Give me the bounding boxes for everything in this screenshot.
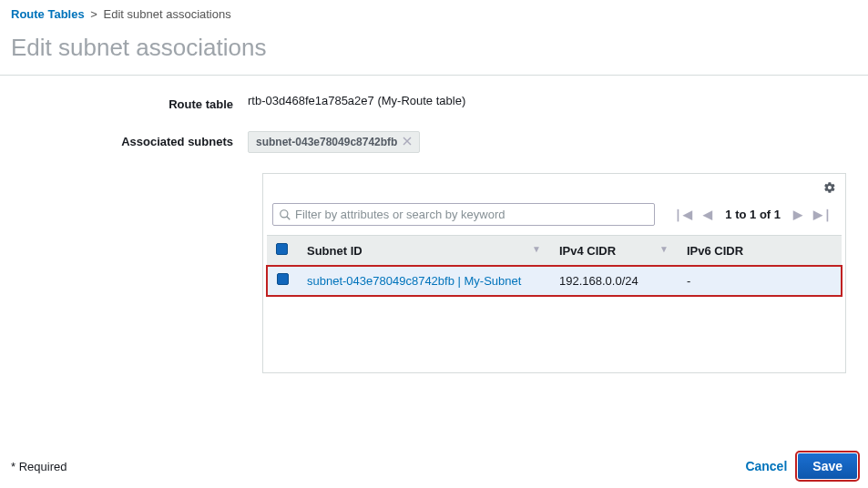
table-row[interactable]: subnet-043e78049c8742bfb | My-Subnet 192…	[267, 266, 842, 296]
search-icon	[279, 208, 291, 221]
route-table-label: Route table	[11, 94, 248, 111]
select-all-header[interactable]	[267, 236, 298, 266]
route-table-field: Route table rtb-03d468fe1a785a2e7 (My-Ro…	[11, 94, 857, 111]
search-input[interactable]	[295, 208, 648, 221]
save-button[interactable]: Save	[798, 453, 857, 479]
subnet-chip-text: subnet-043e78049c8742bfb	[256, 136, 397, 148]
subnet-chip[interactable]: subnet-043e78049c8742bfb	[248, 131, 420, 153]
sort-caret-icon: ▼	[532, 244, 541, 254]
breadcrumb-separator: >	[90, 7, 97, 21]
associated-subnets-label: Associated subnets	[11, 131, 248, 148]
cancel-button[interactable]: Cancel	[745, 459, 787, 473]
col-ipv6[interactable]: IPv6 CIDR	[678, 236, 842, 266]
subnet-link[interactable]: subnet-043e78049c8742bfb | My-Subnet	[307, 274, 521, 288]
pager-first-icon[interactable]: ❘◀	[669, 206, 696, 223]
breadcrumb-root-link[interactable]: Route Tables	[11, 7, 85, 21]
svg-line-3	[287, 216, 291, 219]
row-checkbox-cell[interactable]	[267, 266, 298, 296]
form-area: Route table rtb-03d468fe1a785a2e7 (My-Ro…	[0, 76, 868, 373]
panel-toolbar: ❘◀ ◀ 1 to 1 of 1 ▶ ▶❘	[263, 198, 845, 235]
svg-point-2	[281, 209, 288, 217]
chip-remove-icon[interactable]	[403, 136, 412, 148]
pager-last-icon[interactable]: ▶❘	[810, 206, 836, 223]
col-ipv6-label: IPv6 CIDR	[687, 244, 743, 258]
col-ipv4-label: IPv4 CIDR	[559, 244, 616, 258]
row-subnet-id[interactable]: subnet-043e78049c8742bfb | My-Subnet	[298, 266, 550, 296]
search-box[interactable]	[272, 203, 655, 226]
route-table-value: rtb-03d468fe1a785a2e7 (My-Route table)	[248, 94, 857, 107]
subnet-table: Subnet ID ▼ IPv4 CIDR ▼ IPv6 CIDR	[267, 235, 842, 296]
subnet-panel: ❘◀ ◀ 1 to 1 of 1 ▶ ▶❘ Subnet ID ▼	[262, 173, 846, 373]
pager-next-icon[interactable]: ▶	[790, 206, 806, 223]
row-checkbox[interactable]	[277, 273, 289, 285]
col-ipv4[interactable]: IPv4 CIDR ▼	[550, 236, 678, 266]
gear-icon[interactable]	[823, 181, 836, 198]
table-header-row: Subnet ID ▼ IPv4 CIDR ▼ IPv6 CIDR	[267, 236, 842, 266]
breadcrumb: Route Tables > Edit subnet associations	[0, 0, 868, 25]
footer: * Required Cancel Save	[11, 453, 857, 479]
breadcrumb-current: Edit subnet associations	[104, 7, 231, 21]
pager: ❘◀ ◀ 1 to 1 of 1 ▶ ▶❘	[669, 206, 836, 223]
row-ipv4: 192.168.0.0/24	[550, 266, 678, 296]
associated-subnets-field: Associated subnets subnet-043e78049c8742…	[11, 131, 857, 153]
row-ipv6: -	[678, 266, 842, 296]
pager-prev-icon[interactable]: ◀	[700, 206, 716, 223]
pager-text: 1 to 1 of 1	[725, 208, 781, 221]
col-subnet-id[interactable]: Subnet ID ▼	[298, 236, 550, 266]
required-note: * Required	[11, 460, 66, 473]
page-title: Edit subnet associations	[0, 25, 868, 76]
col-subnet-id-label: Subnet ID	[307, 244, 363, 258]
select-all-checkbox[interactable]	[276, 243, 288, 255]
sort-caret-icon: ▼	[659, 244, 669, 254]
